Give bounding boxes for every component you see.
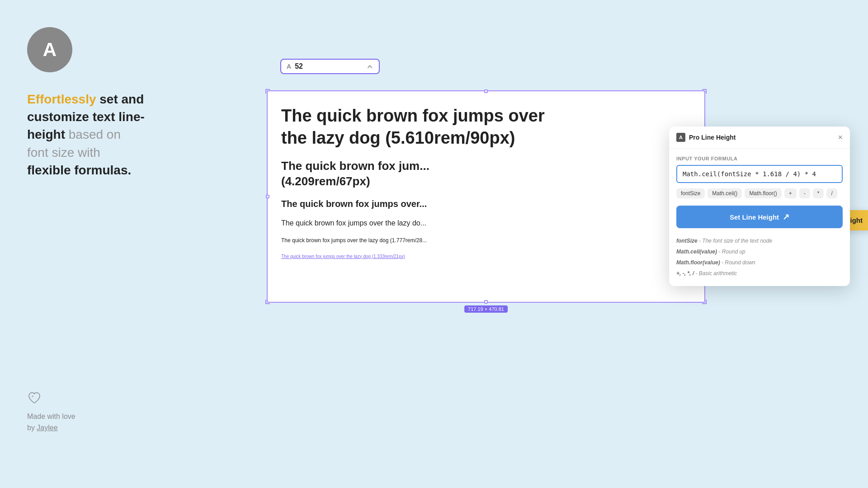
pro-panel-logo: A — [676, 133, 685, 142]
corner-bl — [265, 300, 270, 304]
set-line-height-button[interactable]: Set Line Height ↗ — [676, 206, 843, 228]
chip-plus[interactable]: + — [784, 188, 797, 198]
handle-left[interactable] — [266, 195, 269, 198]
font-size-spinner[interactable] — [366, 63, 373, 70]
formula-chips: fontSize Math.ceil() Math.floor() + - * … — [676, 188, 843, 198]
pro-panel-title: Pro Line Height — [689, 134, 736, 141]
main-area: A 52 The quick brown fox jumps overthe l… — [172, 0, 868, 488]
help-fn-2: Math.ceil(value) — [676, 249, 717, 255]
tagline-highlight-gold: Effortlessly — [27, 92, 99, 106]
help-line-4: +, -, *, / - Basic arithmetic — [676, 268, 843, 279]
panel-dimensions: 717.19 × 470.81 — [464, 305, 508, 313]
sidebar: A Effortlessly set and customize text li… — [0, 0, 172, 488]
cursor-icon: ↗ — [783, 212, 789, 222]
made-with-love: Made with love by Jaylee — [27, 411, 145, 434]
handle-top[interactable] — [484, 89, 488, 93]
pro-panel-title-row: A Pro Line Height — [676, 133, 736, 142]
help-line-1: fontSize - The font size of the text nod… — [676, 235, 843, 246]
svg-point-0 — [32, 395, 33, 397]
help-line-3: Math.floor(value) - Round down — [676, 257, 843, 268]
help-fn-3: Math.floor(value) — [676, 259, 720, 266]
font-size-value: 52 — [295, 62, 363, 70]
pro-panel: A Pro Line Height × INPUT YOUR FORMULA f… — [669, 127, 850, 286]
handle-bottom[interactable] — [484, 300, 488, 304]
avatar-letter: A — [43, 39, 57, 61]
avatar: A — [27, 27, 72, 72]
help-fn-4: +, -, *, / — [676, 270, 694, 277]
text-preview-panel: The quick brown fox jumps overthe lazy d… — [267, 90, 705, 303]
pro-panel-body: INPUT YOUR FORMULA fontSize Math.ceil() … — [669, 149, 850, 286]
help-desc-3: - Round down — [720, 259, 755, 266]
chip-divide[interactable]: / — [826, 188, 837, 198]
font-size-letter-icon: A — [287, 63, 291, 70]
help-desc-1: - The font size of the text node — [698, 238, 772, 244]
help-fn-1: fontSize — [676, 238, 698, 244]
made-with-text: Made with love — [27, 413, 75, 420]
set-btn-label: Set Line Height — [730, 213, 779, 221]
pro-panel-header: A Pro Line Height × — [669, 127, 850, 149]
preview-line-5: The quick brown fox jumps over the lazy … — [281, 237, 691, 244]
footer: Made with love by Jaylee — [27, 391, 145, 461]
chip-mathfloor[interactable]: Math.floor() — [745, 188, 781, 198]
chip-mathceil[interactable]: Math.ceil() — [708, 188, 742, 198]
help-desc-2: - Round up — [717, 249, 745, 255]
font-size-input-wrapper[interactable]: A 52 — [280, 59, 380, 74]
formula-label: INPUT YOUR FORMULA — [676, 156, 843, 161]
help-text: fontSize - The font size of the text nod… — [676, 235, 843, 279]
tagline: Effortlessly set and customize text line… — [27, 90, 145, 179]
preview-line-3: The quick brown fox jumps over... — [281, 198, 691, 210]
tagline-bold2: flexible formulas. — [27, 163, 131, 177]
chip-fontSize[interactable]: fontSize — [676, 188, 705, 198]
help-line-2: Math.ceil(value) - Round up — [676, 246, 843, 257]
chip-minus[interactable]: - — [799, 188, 810, 198]
preview-line-4: The quick brown fox jumps over the lazy … — [281, 219, 691, 228]
corner-br — [702, 300, 707, 304]
formula-input[interactable] — [676, 165, 843, 183]
close-button[interactable]: × — [838, 133, 843, 141]
by-prefix: by — [27, 424, 37, 432]
help-desc-4: - Basic arithmetic — [694, 270, 737, 277]
preview-line-1: The quick brown fox jumps overthe lazy d… — [281, 105, 691, 150]
preview-line-6: The quick brown fox jumps over the lazy … — [281, 253, 691, 259]
heart-icon — [27, 391, 145, 407]
preview-line-2: The quick brown fox jum...(4.209rem/67px… — [281, 159, 691, 189]
chip-multiply[interactable]: * — [813, 188, 824, 198]
corner-tr — [702, 89, 707, 94]
corner-tl — [265, 89, 270, 94]
author-link[interactable]: Jaylee — [37, 424, 57, 432]
